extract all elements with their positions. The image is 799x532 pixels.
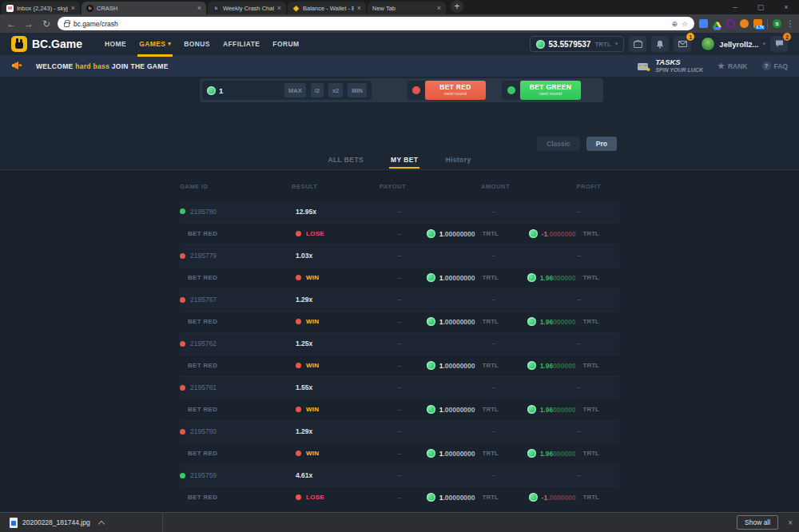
table-row-bet[interactable]: BET RED WIN – 1.00000000 TRTL 1.96000000… (180, 267, 619, 289)
payout-empty: – (376, 362, 423, 370)
page-info-icon[interactable]: ⊕ (671, 20, 678, 28)
tab-all-bets[interactable]: ALL BETS (328, 156, 364, 169)
table-row-game[interactable]: 2195780 12.95x – – – (180, 200, 619, 223)
table-row-game[interactable]: 2195767 1.29x – – – (180, 288, 619, 311)
bet-amount-group: 1 MAX /2 x2 MIN (202, 81, 372, 100)
table-row-bet[interactable]: BET RED WIN – 1.00000000 TRTL 1.96000000… (180, 443, 619, 465)
nav-item-home[interactable]: HOME (105, 33, 126, 55)
trtl-coin-icon (427, 229, 435, 238)
close-shelf-icon[interactable]: × (788, 518, 793, 527)
bet-profit: 1.96000000 (540, 318, 576, 326)
nav-item-forum[interactable]: FORUM (272, 33, 299, 55)
chat-button[interactable]: 2 (770, 36, 788, 52)
trtl-coin-icon (536, 40, 545, 49)
browser-tab-crash[interactable]: b CRASH × (81, 2, 206, 14)
half-button[interactable]: /2 (311, 83, 324, 97)
classic-mode-button[interactable]: Classic (537, 137, 580, 151)
address-bar[interactable]: bc.game/crash ⊕ ☆ (58, 17, 694, 30)
tab-close-icon[interactable]: × (197, 4, 201, 12)
forward-button[interactable]: → (22, 19, 35, 29)
balance-currency: TRTL (594, 41, 610, 48)
messages-button[interactable]: 1 (674, 36, 691, 52)
browser-tab-newtab[interactable]: New Tab × (368, 2, 446, 14)
bet-type-label: BET RED (180, 230, 217, 237)
show-all-button[interactable]: Show all (737, 515, 778, 530)
tab-close-icon[interactable]: × (357, 4, 361, 12)
browser-tab-inbox[interactable]: M Inbox (2,243) - skyjones84@gma × (2, 2, 80, 14)
payout-empty: – (376, 274, 423, 282)
tab-close-icon[interactable]: × (71, 4, 75, 12)
bet-amount: 1.00000000 (439, 230, 475, 238)
table-row-game[interactable]: 2195779 1.03x – – – (180, 244, 619, 267)
currency-label: TRTL (483, 406, 499, 413)
payout-empty: – (376, 471, 423, 479)
close-window-button[interactable]: × (773, 0, 799, 14)
tab-history[interactable]: History (445, 156, 471, 169)
chat-bubble-icon (775, 40, 784, 48)
min-button[interactable]: MIN (348, 83, 367, 97)
bet-color-dot-icon (296, 451, 301, 456)
table-row-bet[interactable]: BET RED WIN – 1.00000000 TRTL 1.96000000… (180, 355, 619, 377)
tab-close-icon[interactable]: × (277, 4, 281, 12)
notifications-button[interactable] (651, 36, 669, 52)
balance-selector[interactable]: 53.5579537 TRTL ▾ (530, 36, 625, 52)
back-button[interactable]: ← (5, 19, 18, 29)
tab-close-icon[interactable]: × (437, 4, 441, 12)
user-menu[interactable]: Jellyroll2... ▾ (701, 37, 765, 51)
metamask-fox-icon[interactable] (740, 19, 749, 28)
bet-color-dot-icon (296, 494, 301, 500)
table-row-game[interactable]: 2195759 4.61x – – – (180, 464, 619, 486)
url-text[interactable]: bc.game/crash (74, 20, 667, 28)
browser-menu-icon[interactable]: ⋮ (786, 19, 794, 28)
rank-link[interactable]: ★ RANK (718, 62, 748, 70)
bet-profit: 1.96000000 (540, 274, 576, 282)
payout-empty: – (376, 230, 423, 238)
table-row-game[interactable]: 2195761 1.55x – – – (180, 376, 619, 399)
download-item[interactable]: 20200228_181744.jpg (6, 513, 108, 532)
browser-tab-forum[interactable]: b Weekly Crash Challenge - Red R × (208, 2, 286, 14)
bcgame-logo[interactable]: BC.Game (11, 36, 82, 52)
table-row-game[interactable]: 2195762 1.25x – – – (180, 332, 619, 355)
site-title: BC.Game (32, 38, 82, 50)
bet-outcome: LOSE (306, 230, 324, 237)
minimize-button[interactable]: – (722, 0, 748, 14)
nav-item-games[interactable]: GAMES ▾ (139, 33, 171, 55)
bet-type-label: BET RED (180, 450, 217, 457)
nav-item-affiliate[interactable]: AFFILIATE (223, 33, 260, 55)
tasks-link[interactable]: TASKS SPIN YOUR LUCK (636, 58, 703, 73)
reload-button[interactable]: ↻ (40, 19, 53, 29)
bet-type-label: BET RED (180, 318, 217, 325)
table-row-game[interactable]: 2195760 1.29x – – – (180, 420, 619, 443)
extension-orange-icon[interactable]: 6.7K (753, 19, 762, 28)
extension-purple-icon[interactable] (726, 19, 735, 28)
profit-empty: – (511, 339, 619, 347)
currency-label: TRTL (483, 494, 499, 501)
table-row-bet[interactable]: BET RED WIN – 1.00000000 TRTL 1.96000000… (180, 311, 619, 333)
new-tab-button[interactable]: + (451, 0, 463, 13)
faq-link[interactable]: ? FAQ (762, 62, 788, 70)
extension-blue-icon[interactable] (699, 19, 708, 28)
amount-empty: – (423, 208, 511, 216)
pro-mode-button[interactable]: Pro (586, 137, 617, 151)
max-button[interactable]: MAX (284, 83, 306, 97)
bet-red-button[interactable]: BET RED next round (425, 81, 486, 100)
bet-green-button[interactable]: BET GREEN next round (520, 81, 581, 100)
star-icon: ★ (718, 62, 725, 70)
browser-tab-binance[interactable]: ◆ Balance - Wallet - Binance × (288, 2, 366, 14)
nav-item-bonus[interactable]: BONUS (184, 33, 210, 55)
table-row-bet[interactable]: BET RED LOSE – 1.00000000 TRTL -1.000000… (180, 486, 619, 509)
tab-my-bet[interactable]: MY BET (391, 156, 418, 169)
wallet-button[interactable] (629, 36, 646, 52)
table-row-bet[interactable]: BET RED LOSE – 1.00000000 TRTL -1.000000… (180, 223, 619, 245)
bookmark-star-icon[interactable]: ☆ (682, 20, 688, 28)
extension-drive-icon[interactable] (713, 19, 721, 28)
maximize-button[interactable]: ▢ (748, 0, 773, 14)
table-row-bet[interactable]: BET RED WIN – 1.00000000 TRTL 1.96000000… (180, 399, 619, 421)
bcgame-logo-icon (11, 36, 27, 52)
table-header-row: GAME ID RESULT PAYOUT AMOUNT PROFIT (180, 170, 619, 200)
bet-type-label: BET RED (180, 274, 217, 281)
double-button[interactable]: x2 (328, 83, 343, 97)
extension-s-icon[interactable]: S (773, 19, 781, 28)
bet-amount-input[interactable]: 1 (219, 86, 280, 95)
chevron-up-icon[interactable] (98, 519, 105, 526)
